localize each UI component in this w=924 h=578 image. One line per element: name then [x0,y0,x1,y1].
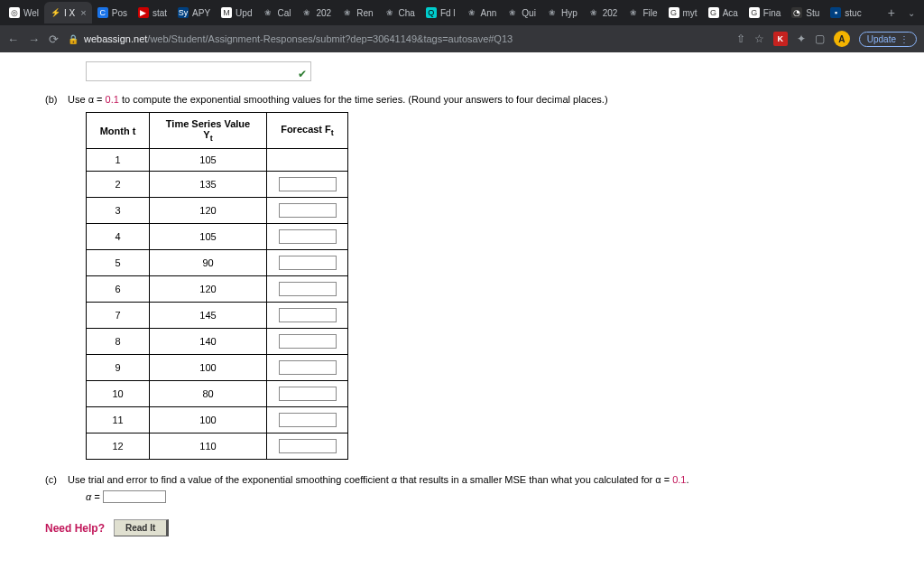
tab-label: Upd [236,8,252,18]
browser-tab[interactable]: GAca [703,2,744,23]
tab-label: Hyp [561,8,578,18]
tab-favicon: ❀ [507,7,518,18]
forecast-cell [267,224,348,250]
tab-favicon: ◔ [791,7,802,18]
tab-label: Aca [723,8,738,18]
tab-strip: ◎Wel⚡I X×CPos▶statSyAPYMUpd❀Cal❀202❀Ren❀… [0,0,924,25]
alpha-equals-label: α = [86,491,100,502]
month-cell: 12 [87,434,150,460]
forecast-input[interactable] [279,439,337,453]
tab-favicon: G [669,7,679,18]
read-it-button[interactable]: Read It [114,519,169,536]
browser-tab[interactable]: ❀202 [583,2,624,23]
forecast-input[interactable] [279,334,337,349]
table-row: 12110 [87,434,348,460]
toolbar-right: ⇧ ☆ K ✦ ▢ A Update⋮ [736,31,917,47]
month-cell: 2 [87,172,150,198]
bookmark-star-icon[interactable]: ☆ [754,33,764,45]
tab-label: Ann [481,8,497,18]
browser-tab[interactable]: ❀File [623,2,662,23]
forecast-input[interactable] [279,256,337,270]
url-display[interactable]: 🔒 webassign.net/web/Student/Assignment-R… [68,33,727,44]
url-host: webassign.net [84,33,147,44]
tab-label: Fd l [440,8,456,18]
tab-favicon: Sy [178,7,189,18]
browser-tab[interactable]: ⚡I X× [44,2,92,23]
forecast-input[interactable] [279,282,337,296]
tab-favicon: ◎ [9,7,20,18]
address-bar: ← → ⟳ 🔒 webassign.net/web/Student/Assign… [0,25,924,52]
extensions-puzzle-icon[interactable]: ✦ [797,33,806,45]
month-cell: 10 [87,381,150,407]
value-cell: 135 [150,172,267,198]
value-cell: 140 [150,329,267,355]
browser-tab[interactable]: ❀Cal [257,2,296,23]
forecast-input[interactable] [279,203,337,218]
forecast-input[interactable] [279,360,337,375]
browser-tab[interactable]: ❀Cha [379,2,420,23]
month-cell: 11 [87,407,150,434]
back-button[interactable]: ← [7,33,19,46]
tab-favicon: ▶ [138,7,149,18]
tab-favicon: G [708,7,719,18]
alpha-input[interactable] [103,490,166,503]
tab-favicon: ❀ [342,7,353,18]
value-cell: 105 [150,149,267,172]
side-panel-icon[interactable]: ▢ [815,33,825,45]
value-cell: 145 [150,303,267,329]
browser-tab[interactable]: SyAPY [172,2,216,23]
month-cell: 4 [87,224,150,250]
forecast-input[interactable] [279,177,337,191]
update-button[interactable]: Update⋮ [859,32,917,47]
browser-tab[interactable]: ❀Ren [337,2,378,23]
reload-button[interactable]: ⟳ [49,33,59,46]
share-icon[interactable]: ⇧ [736,33,745,45]
value-cell: 100 [150,407,267,434]
browser-tab[interactable]: CPos [92,2,133,23]
forward-button[interactable]: → [28,33,40,46]
forecast-cell [267,250,348,276]
browser-tab[interactable]: ▶stat [133,2,172,23]
forecast-cell [267,303,348,329]
tab-favicon: C [97,7,108,18]
forecast-cell [267,434,348,460]
tab-label: stat [152,8,167,18]
browser-tab[interactable]: GFina [744,2,786,23]
value-cell: 105 [150,224,267,250]
header-forecast: Forecast Ft [267,113,348,149]
month-cell: 6 [87,276,150,303]
browser-tab[interactable]: ❀Qui [502,2,541,23]
forecast-input[interactable] [279,387,337,401]
forecast-cell [267,149,348,172]
tab-label: Fina [763,8,781,18]
browser-tab[interactable]: ❀202 [296,2,337,23]
value-cell: 90 [150,250,267,276]
browser-tab[interactable]: ▪stuc [825,2,866,23]
browser-tab[interactable]: MUpd [216,2,257,23]
new-tab-button[interactable]: + [881,5,902,20]
tab-favicon: ⚡ [50,7,60,18]
tab-overflow-chevron[interactable]: ⌄ [902,8,920,18]
tab-close-icon[interactable]: × [80,7,86,18]
forecast-input[interactable] [279,413,337,427]
browser-tab[interactable]: ◔Stu [786,2,825,23]
forecast-cell [267,329,348,355]
forecast-cell [267,407,348,434]
browser-tab[interactable]: ❀Ann [461,2,503,23]
profile-avatar[interactable]: A [834,31,850,47]
table-row: 590 [87,250,348,276]
part-c-label: (c) [45,474,65,485]
value-cell: 120 [150,198,267,224]
forecast-input[interactable] [279,308,337,322]
month-cell: 5 [87,250,150,276]
url-path: /web/Student/Assignment-Responses/submit… [147,33,513,44]
browser-tab[interactable]: Gmyt [663,2,703,23]
browser-tab[interactable]: ◎Wel [4,2,44,23]
browser-tab[interactable]: ❀Hyp [541,2,583,23]
checkmark-icon: ✔ [298,68,307,80]
month-cell: 3 [87,198,150,224]
forecast-input[interactable] [279,229,337,244]
browser-tab[interactable]: QFd l [420,2,461,23]
extension-badge[interactable]: K [773,32,788,46]
table-row: 1105 [87,149,348,172]
